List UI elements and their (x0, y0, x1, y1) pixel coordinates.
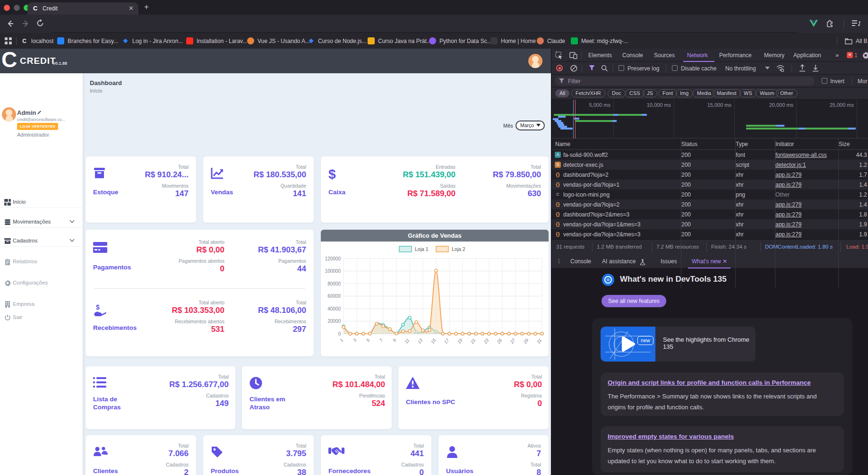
devtools-tab-elements[interactable]: Elements (588, 52, 612, 59)
type-filter-img[interactable]: Img (676, 89, 693, 97)
month-select[interactable]: Março (516, 121, 545, 130)
type-filter-fetchxhr[interactable]: Fetch/XHR (571, 89, 605, 97)
drawer-tab-issues[interactable]: Issues (661, 258, 677, 265)
article-link[interactable]: Improved empty states for various panels (608, 433, 734, 440)
request-initiator[interactable]: app.js:279 (775, 201, 836, 208)
network-request-row[interactable]: {}vendas-por-dia?loja=2&mes=3200xhrapp.j… (551, 229, 868, 239)
devtools-tab-performance[interactable]: Performance (719, 52, 752, 59)
bookmark-item[interactable]: Installation - Larav... (186, 37, 247, 45)
devtools-tab-network[interactable]: Network (687, 52, 708, 59)
extensions-icon[interactable] (826, 19, 834, 28)
column-header-initiator[interactable]: Initiator (775, 141, 794, 147)
type-filter-doc[interactable]: Doc (608, 89, 626, 97)
type-filter-css[interactable]: CSS (625, 89, 645, 97)
type-filter-ws[interactable]: WS (739, 89, 756, 97)
request-initiator[interactable]: app.js:279 (775, 231, 836, 238)
import-har-icon[interactable] (799, 64, 806, 72)
network-request-row[interactable]: {}vendas-por-dia?loja=2200xhrapp.js:2791… (551, 199, 868, 209)
drawer-menu-icon[interactable]: ⋮ (556, 258, 562, 264)
window-close-button[interactable] (4, 5, 10, 11)
bookmark-item[interactable]: Claude (537, 37, 565, 45)
bookmark-item[interactable]: Clocalhost (21, 37, 53, 45)
device-toolbar-icon[interactable] (569, 52, 577, 59)
tab-close-icon[interactable]: ✕ (129, 5, 134, 12)
sidebar-item-inicio[interactable]: Início (0, 195, 83, 209)
header-avatar[interactable] (528, 54, 542, 68)
all-bookmarks-button[interactable]: All B (845, 37, 868, 45)
column-header-status[interactable]: Status (681, 141, 697, 147)
bookmark-item[interactable]: Branches for Easy... (57, 37, 118, 45)
bookmark-item[interactable]: Python for Data Sc... (429, 37, 492, 45)
type-filter-font[interactable]: Font (658, 89, 677, 97)
request-initiator[interactable]: detector.js:1 (775, 162, 836, 168)
bookmark-item[interactable]: Home | Home (490, 37, 536, 45)
request-initiator[interactable]: app.js:279 (775, 221, 836, 228)
network-request-row[interactable]: Afa-solid-900.woff2200fontfontawesome-al… (551, 150, 868, 160)
error-badge-icon[interactable]: ✕ (847, 52, 853, 58)
devtools-tab-sources[interactable]: Sources (654, 52, 675, 59)
apps-grid-icon[interactable] (5, 37, 12, 44)
article-link[interactable]: Origin and script links for profile and … (608, 379, 811, 386)
drawer-tab-aiassistance[interactable]: AI assistance (602, 258, 636, 265)
sidebar-item-configuracoes[interactable]: Configurações (0, 276, 83, 290)
bookmark-item[interactable]: Meet: mdg-zfwq-... (571, 37, 628, 45)
filter-funnel-icon[interactable] (589, 65, 595, 71)
more-tabs-icon[interactable]: » (835, 52, 839, 59)
bookmark-item[interactable]: Vue JS - Usando A... (247, 37, 310, 45)
request-initiator[interactable]: app.js:279 (775, 181, 836, 188)
request-initiator[interactable]: app.js:279 (775, 172, 836, 178)
type-filter-wasm[interactable]: Wasm (756, 89, 779, 97)
forward-icon[interactable] (21, 19, 30, 28)
reload-icon[interactable] (36, 19, 44, 27)
network-conditions-icon[interactable] (776, 65, 784, 72)
back-icon[interactable] (6, 19, 15, 28)
sidebar-item-relatorios[interactable]: Relatórios (0, 255, 83, 269)
record-button[interactable] (556, 65, 563, 71)
inspect-icon[interactable] (555, 52, 563, 59)
devtools-tab-console[interactable]: Console (622, 52, 643, 59)
type-filter-manifest[interactable]: Manifest (713, 89, 741, 97)
drawer-tab-console[interactable]: Console (570, 258, 591, 265)
bookmark-item[interactable]: Curso de Node.js... (308, 37, 367, 45)
network-request-row[interactable]: {}vendas-por-dia?loja=1&mes=3200xhrapp.j… (551, 219, 868, 229)
invert-checkbox[interactable] (822, 78, 827, 84)
column-header-name[interactable]: Name (555, 141, 570, 147)
drawer-tab-whatsnew[interactable]: What's new ✕ (692, 258, 727, 265)
new-tab-button[interactable]: + (144, 2, 149, 12)
see-all-features-button[interactable]: See all new features (602, 295, 666, 307)
filter-input[interactable]: Filter (555, 77, 815, 86)
search-icon[interactable] (601, 65, 608, 71)
disable-cache-checkbox[interactable] (672, 65, 678, 71)
edit-pencil-icon[interactable] (37, 110, 42, 115)
sidebar-item-sair[interactable]: Sair (0, 311, 83, 325)
clear-icon[interactable] (570, 65, 577, 72)
sidebar-item-empresa[interactable]: Empresa (0, 297, 83, 311)
devtools-tab-memory[interactable]: Memory (764, 52, 784, 59)
sidebar-item-movimentacoes[interactable]: Movimentações (0, 215, 83, 229)
throttling-select[interactable]: No throttling (725, 65, 756, 72)
column-header-size[interactable]: Size (839, 141, 850, 147)
vue-devtools-icon[interactable] (809, 20, 818, 27)
export-har-icon[interactable] (812, 64, 819, 72)
more-filters-label[interactable]: Mor (858, 78, 868, 85)
network-request-row[interactable]: Sdetector-exec.js200scriptdetector.js:11… (551, 160, 868, 170)
reading-list-icon[interactable] (851, 20, 861, 28)
network-request-row[interactable]: {}vendas-por-dia?loja=1200xhrapp.js:2791… (551, 180, 868, 190)
type-filter-other[interactable]: Other (776, 89, 798, 97)
window-minimize-button[interactable] (14, 5, 20, 11)
sidebar-item-cadastros[interactable]: Cadastros (0, 234, 83, 248)
browser-tab[interactable]: C Credit ✕ (27, 2, 138, 15)
network-request-row[interactable]: {}dashboard?loja=2200xhrapp.js:2791.7 (551, 170, 868, 180)
type-filter-all[interactable]: All (555, 89, 569, 97)
column-header-type[interactable]: Type (736, 141, 748, 147)
devtools-tab-application[interactable]: Application (793, 52, 821, 59)
highlights-video-card[interactable]: new See the highlights from Chrome 135 (601, 327, 756, 362)
type-filter-js[interactable]: JS (643, 89, 657, 97)
preserve-log-checkbox[interactable] (619, 65, 624, 71)
bookmark-item[interactable]: Log in - Jira Anron... (122, 37, 183, 45)
network-request-row[interactable]: Clogo-icon-mini.png200pngOther1.2 (551, 190, 868, 199)
request-initiator[interactable]: fontawesome-all.css (775, 152, 836, 158)
settings-gear-icon[interactable] (862, 52, 868, 59)
bookmark-item[interactable]: Curso Java na Prát... (368, 37, 431, 45)
type-filter-media[interactable]: Media (693, 89, 715, 97)
